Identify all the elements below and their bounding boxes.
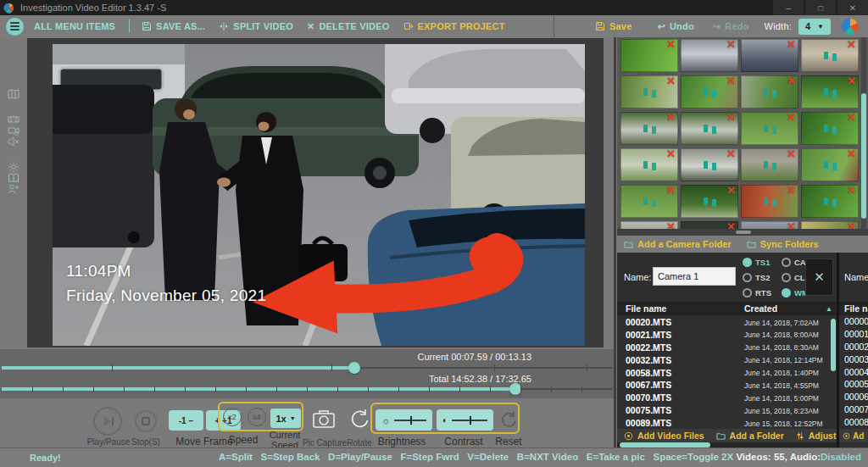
video-thumbnail[interactable]: ✕ — [741, 112, 798, 145]
video-thumbnail[interactable]: ✕ — [801, 221, 859, 229]
reset-button[interactable] — [499, 410, 518, 432]
video-thumbnail[interactable]: ✕ — [681, 39, 738, 72]
play-pause-button[interactable] — [93, 407, 122, 436]
sync-folders-button[interactable]: Sync Folders — [747, 239, 819, 249]
file-row[interactable]: 00089.MTSJune 15, 2018, 12:52PM — [617, 416, 837, 429]
menu-delete-video[interactable]: ✕ DELETE VIDEO — [307, 21, 390, 32]
video-thumbnail[interactable]: ✕ — [801, 185, 859, 218]
pic-capture-button[interactable] — [312, 408, 336, 433]
hamburger-menu-button[interactable] — [6, 18, 24, 36]
remove-thumbnail-icon[interactable]: ✕ — [726, 39, 736, 51]
menu-save-as[interactable]: SAVE AS... — [142, 21, 205, 31]
current-slider-track[interactable] — [2, 367, 612, 369]
speed-x4-button[interactable]: x4 — [248, 408, 266, 426]
video-thumbnail[interactable]: ✕ — [681, 75, 738, 108]
video-thumbnail[interactable]: ✕ — [801, 39, 859, 72]
remove-thumbnail-icon[interactable]: ✕ — [726, 148, 736, 160]
remove-thumbnail-icon[interactable]: ✕ — [787, 112, 796, 124]
radio-circle-icon[interactable] — [782, 273, 791, 282]
remove-thumbnail-icon[interactable]: ✕ — [787, 185, 796, 197]
menu-export-project[interactable]: EXPORT PROJECT — [403, 21, 505, 31]
menu-all-menu-items[interactable]: ALL MENU ITEMS — [34, 21, 115, 31]
sort-ascending-icon[interactable]: ▲ — [826, 305, 832, 313]
remove-thumbnail-icon[interactable]: ✕ — [787, 75, 796, 87]
file-row[interactable]: 00021.MTSJune 14, 2018, 8:00AM — [617, 328, 837, 341]
thumbnail-hscrollbar[interactable] — [617, 229, 868, 236]
remove-thumbnail-icon[interactable]: ✕ — [666, 148, 676, 160]
file-list-scrollbar[interactable] — [831, 317, 836, 427]
remove-thumbnail-icon[interactable]: ✕ — [726, 221, 736, 229]
undo-button[interactable]: ↩ Undo — [658, 21, 694, 32]
remove-thumbnail-icon[interactable]: ✕ — [847, 148, 856, 160]
file-row[interactable]: 00006. — [839, 391, 868, 403]
video-thumbnail[interactable]: ✕ — [801, 148, 859, 181]
menu-split-video[interactable]: SPLIT VIDEO — [219, 21, 293, 31]
video-thumbnail[interactable]: ✕ — [681, 185, 738, 218]
save-button[interactable]: Save — [595, 21, 632, 31]
radio-ts2[interactable]: TS2 — [743, 270, 778, 285]
file-row[interactable]: 00002. — [839, 341, 868, 353]
map-icon[interactable] — [8, 88, 19, 100]
video-thumbnail[interactable]: ✕ — [741, 221, 798, 229]
remove-thumbnail-icon[interactable]: ✕ — [787, 148, 796, 160]
video-thumbnail[interactable]: ✕ — [681, 221, 738, 229]
radio-circle-icon[interactable] — [782, 258, 791, 267]
step-back-button[interactable]: -1 − — [169, 410, 203, 431]
radio-ts1[interactable]: TS1 — [743, 255, 778, 270]
brightness-thumb[interactable] — [410, 416, 412, 425]
file-name-column-header[interactable]: File na — [839, 302, 868, 315]
file-row[interactable]: 00005. — [839, 378, 868, 391]
file-row[interactable]: 00003. — [839, 353, 868, 366]
file-row[interactable]: 00001. — [839, 328, 868, 341]
video-thumbnail[interactable]: ✕ — [620, 148, 678, 181]
contrast-slider[interactable]: ◐ — [437, 409, 493, 431]
video-thumbnail[interactable]: ✕ — [681, 112, 738, 145]
speed-x2-button[interactable]: x2 — [223, 408, 242, 426]
remove-thumbnail-icon[interactable]: ✕ — [726, 75, 736, 87]
scrollbar-thumb[interactable] — [831, 319, 836, 371]
maximize-button[interactable]: □ — [805, 0, 836, 15]
remove-thumbnail-icon[interactable]: ✕ — [726, 185, 736, 197]
remove-thumbnail-icon[interactable]: ✕ — [666, 75, 676, 87]
video-thumbnail[interactable]: ✕ — [741, 185, 798, 218]
camera-name-input[interactable] — [653, 267, 736, 286]
total-slider-track[interactable] — [2, 388, 612, 390]
thumbnail-scrollbar[interactable] — [861, 37, 866, 229]
remove-thumbnail-icon[interactable]: ✕ — [787, 39, 796, 51]
video-thumbnail[interactable]: ✕ — [620, 39, 678, 72]
add-video-files-button-2[interactable]: Ad — [839, 429, 868, 442]
video-thumbnail[interactable]: ✕ — [801, 75, 859, 108]
file-row[interactable]: 00008. — [839, 416, 868, 429]
file-row[interactable]: 00022.MTSJune 14, 2018, 8:30AM — [617, 341, 837, 353]
scrollbar-thumb[interactable] — [736, 231, 751, 234]
scrollbar-thumb[interactable] — [861, 93, 866, 219]
current-speed-dropdown[interactable]: 1x ▼ — [270, 409, 301, 428]
width-dropdown[interactable]: 4 ▼ — [798, 19, 831, 35]
video-thumbnail[interactable]: ✕ — [741, 39, 798, 72]
video-thumbnail[interactable]: ✕ — [681, 148, 738, 181]
remove-thumbnail-icon[interactable]: ✕ — [726, 112, 736, 124]
file-row[interactable]: 00000. — [839, 315, 868, 328]
current-slider-thumb[interactable] — [348, 362, 360, 374]
radio-circle-icon[interactable] — [743, 258, 752, 267]
remove-thumbnail-icon[interactable]: ✕ — [666, 39, 676, 51]
file-row[interactable]: 00058.MTSJune 14, 2018, 1:40PM — [617, 366, 837, 379]
add-a-folder-button[interactable]: Add a Folder — [716, 431, 784, 441]
radio-circle-icon[interactable] — [743, 288, 752, 297]
remove-thumbnail-icon[interactable]: ✕ — [847, 185, 856, 197]
remove-thumbnail-icon[interactable]: ✕ — [787, 221, 796, 229]
video-thumbnail[interactable]: ✕ — [741, 148, 798, 181]
radio-circle-icon[interactable] — [743, 273, 752, 282]
radio-rts[interactable]: RTS — [743, 286, 778, 300]
remove-thumbnail-icon[interactable]: ✕ — [666, 221, 676, 229]
file-row[interactable]: 00067.MTSJune 14, 2018, 4:55PM — [617, 378, 837, 391]
video-thumbnail[interactable]: ✕ — [741, 75, 798, 108]
remove-thumbnail-icon[interactable]: ✕ — [847, 39, 856, 51]
video-thumbnail[interactable]: ✕ — [620, 185, 678, 218]
file-row[interactable]: 00070.MTSJune 14, 2018, 5:00PM — [617, 391, 837, 403]
file-row[interactable]: 00004. — [839, 366, 868, 379]
stop-button[interactable] — [135, 410, 157, 432]
add-person-icon[interactable] — [8, 183, 19, 195]
created-column-header[interactable]: Created — [744, 302, 777, 315]
minimize-button[interactable]: – — [773, 0, 804, 15]
